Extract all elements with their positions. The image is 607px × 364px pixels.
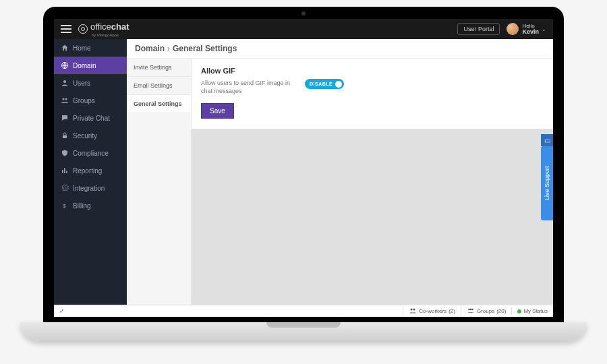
- menu-icon[interactable]: [61, 25, 71, 33]
- user-portal-button[interactable]: User Portal: [457, 23, 500, 35]
- footer-status[interactable]: My Status: [511, 308, 553, 314]
- main-panel: Allow GIF Allow users to send GIF image …: [192, 59, 553, 305]
- sidebar-item-label: Billing: [73, 202, 91, 210]
- settings-card: Allow GIF Allow users to send GIF image …: [192, 59, 553, 129]
- chat-icon: [61, 114, 69, 122]
- svg-point-8: [468, 308, 470, 310]
- avatar[interactable]: [507, 23, 519, 35]
- app-viewport: officechat by MangoApps User Portal Hell…: [54, 19, 553, 317]
- sidebar-item-label: Users: [73, 80, 90, 87]
- sidebar-item-compliance[interactable]: Compliance: [54, 144, 127, 162]
- logo-mark-icon: [78, 24, 88, 34]
- footer-groups[interactable]: Groups (20): [461, 307, 511, 316]
- breadcrumb-root[interactable]: Domain: [135, 44, 165, 53]
- allow-gif-toggle[interactable]: DISABLE: [305, 79, 344, 89]
- sidebar-item-label: Compliance: [73, 150, 109, 157]
- sidebar-item-security[interactable]: Security: [54, 127, 127, 144]
- sidebar-item-label: Home: [73, 44, 91, 52]
- footer-bar: ⤢ Co-workers (2) Groups (20) My Status: [54, 305, 553, 317]
- user-greeting: Hello Kevin: [522, 23, 539, 35]
- setting-description: Allow users to send GIF image in chat me…: [201, 79, 295, 95]
- svg-rect-4: [63, 135, 67, 139]
- brand-logo[interactable]: officechat by MangoApps: [78, 22, 129, 37]
- svg-point-7: [413, 308, 415, 310]
- home-icon: [61, 44, 69, 52]
- toggle-knob: [335, 81, 342, 88]
- shield-icon: [61, 149, 69, 157]
- group-icon: [467, 307, 475, 316]
- laptop-base: [20, 322, 587, 341]
- live-support-tab[interactable]: Live Support: [541, 146, 553, 220]
- sidebar-item-label: Integration: [73, 185, 105, 192]
- footer-count: (20): [496, 308, 506, 314]
- sidebar-item-groups[interactable]: Groups: [54, 92, 127, 109]
- footer-coworkers[interactable]: Co-workers (2): [403, 307, 461, 316]
- save-button[interactable]: Save: [201, 103, 234, 119]
- footer-label: Co-workers: [419, 308, 446, 314]
- status-dot-icon: [517, 309, 521, 313]
- sidebar-item-users[interactable]: Users: [54, 74, 127, 92]
- footer-count: (2): [449, 308, 455, 314]
- sidebar-item-label: Security: [73, 132, 97, 140]
- laptop-notch: [266, 322, 341, 328]
- screen-bezel: officechat by MangoApps User Portal Hell…: [43, 7, 564, 324]
- sidebar-item-private-chat[interactable]: Private Chat: [54, 109, 127, 127]
- chevron-down-icon[interactable]: ⌄: [542, 26, 546, 32]
- subnav-general-settings[interactable]: General Settings: [127, 95, 191, 113]
- people-icon: [409, 307, 417, 316]
- sidebar: Home Domain Users Groups Private Chat Se…: [54, 39, 127, 305]
- footer-label: Groups: [477, 308, 494, 314]
- dollar-icon: $: [61, 202, 69, 210]
- group-icon: [61, 96, 69, 104]
- svg-point-2: [63, 98, 65, 100]
- footer-expand-icon[interactable]: ⤢: [54, 308, 69, 314]
- sub-nav: Invite Settings Email Settings General S…: [127, 59, 192, 305]
- breadcrumb-leaf: General Settings: [173, 44, 237, 53]
- subnav-email-settings[interactable]: Email Settings: [127, 77, 191, 95]
- sidebar-item-label: Domain: [73, 62, 96, 69]
- svg-point-1: [63, 80, 66, 83]
- sidebar-item-integration[interactable]: Integration: [54, 179, 127, 197]
- sidebar-item-label: Reporting: [73, 167, 102, 175]
- laptop-frame: officechat by MangoApps User Portal Hell…: [20, 7, 587, 344]
- setting-title: Allow GIF: [201, 67, 544, 75]
- sidebar-item-label: Groups: [73, 97, 95, 104]
- brand-byline: by MangoApps: [92, 33, 129, 37]
- user-icon: [61, 79, 69, 87]
- chart-icon: [61, 166, 69, 175]
- sidebar-item-home[interactable]: Home: [54, 39, 127, 57]
- svg-point-10: [471, 308, 473, 310]
- sidebar-item-domain[interactable]: Domain: [54, 57, 127, 74]
- svg-point-9: [470, 308, 472, 310]
- sidebar-item-billing[interactable]: $Billing: [54, 197, 127, 214]
- sidebar-item-reporting[interactable]: Reporting: [54, 162, 127, 179]
- lock-icon: [61, 131, 69, 140]
- svg-point-6: [411, 308, 413, 310]
- content-area: Domain›General Settings Invite Settings …: [127, 39, 553, 305]
- toggle-label: DISABLE: [310, 82, 333, 86]
- globe-icon: [61, 61, 69, 69]
- chevron-right-icon: ›: [167, 44, 170, 53]
- breadcrumb: Domain›General Settings: [127, 39, 553, 59]
- brand-name: officechat: [90, 22, 129, 32]
- webcam: [301, 11, 306, 16]
- gear-icon: [61, 184, 69, 192]
- sidebar-item-label: Private Chat: [73, 115, 110, 122]
- svg-point-3: [65, 98, 67, 100]
- footer-label: My Status: [523, 308, 548, 314]
- support-tab-icon[interactable]: ▭: [541, 134, 553, 146]
- top-bar: officechat by MangoApps User Portal Hell…: [54, 19, 553, 39]
- subnav-invite-settings[interactable]: Invite Settings: [127, 59, 191, 77]
- svg-text:$: $: [63, 203, 66, 209]
